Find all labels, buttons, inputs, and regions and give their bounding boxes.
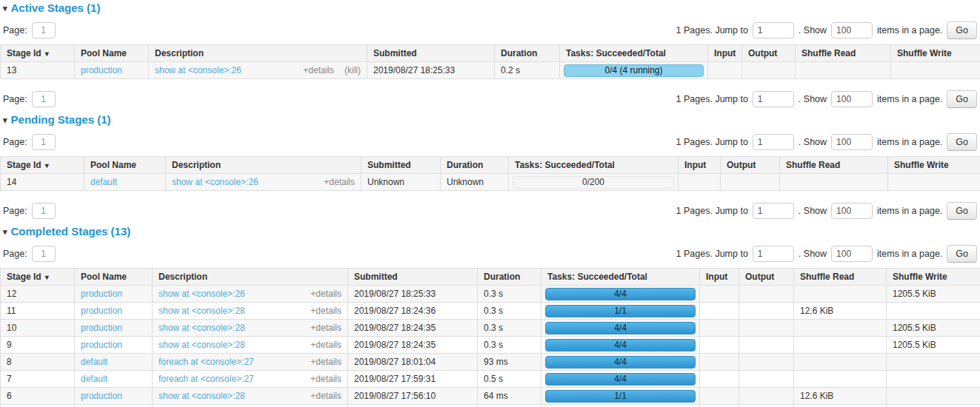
items-per-page-input[interactable] (831, 134, 873, 150)
page-number-input[interactable] (32, 22, 56, 38)
jump-to-page-input[interactable] (753, 203, 794, 219)
column-header-stage-id[interactable]: Stage Id▾ (1, 157, 84, 174)
page-number-input[interactable] (32, 134, 56, 150)
pool-name-link[interactable]: default (81, 374, 107, 384)
column-header-output[interactable]: Output (721, 157, 780, 174)
column-header-output[interactable]: Output (742, 45, 796, 62)
pool-name-link[interactable]: production (81, 65, 122, 75)
description-cell: show at <console>:28+details (153, 303, 348, 320)
column-header-shuffle-write[interactable]: Shuffle Write (891, 45, 980, 62)
column-header-output[interactable]: Output (739, 269, 794, 286)
details-toggle[interactable]: +details (310, 323, 341, 333)
collapse-arrow-icon: ▾ (3, 227, 7, 237)
section-title[interactable]: ▾Completed Stages (13) (3, 225, 980, 238)
column-header-pool-name[interactable]: Pool Name (84, 157, 166, 174)
pool-name-cell: production (75, 405, 153, 407)
stage-description-link[interactable]: show at <console>:28 (159, 391, 245, 401)
stage-row: 12productionshow at <console>:26+details… (1, 286, 980, 303)
details-toggle[interactable]: +details (310, 306, 341, 316)
jump-to-page-input[interactable] (753, 91, 794, 107)
input-cell (700, 354, 739, 371)
pool-name-link[interactable]: production (81, 391, 122, 401)
duration-cell: 0.3 s (478, 303, 541, 320)
duration-cell: Unknown (441, 174, 509, 191)
column-header-input[interactable]: Input (679, 157, 721, 174)
stage-description-link[interactable]: foreach at <console>:27 (159, 374, 254, 384)
column-header-description[interactable]: Description (149, 45, 367, 62)
column-header-description[interactable]: Description (166, 157, 361, 174)
output-cell (739, 337, 794, 354)
stage-row: 7defaultforeach at <console>:27+details2… (1, 371, 980, 388)
column-header-pool-name[interactable]: Pool Name (75, 45, 149, 62)
details-toggle[interactable]: +details (310, 391, 341, 401)
stage-description-link[interactable]: show at <console>:26 (155, 65, 241, 75)
column-header-shuffle-read[interactable]: Shuffle Read (780, 157, 888, 174)
column-header-input[interactable]: Input (708, 45, 742, 62)
submitted-cell: 2019/08/27 18:25:33 (348, 286, 478, 303)
column-header-tasks-succeeded-total[interactable]: Tasks: Succeeded/Total (509, 157, 679, 174)
column-header-stage-id[interactable]: Stage Id▾ (1, 45, 75, 62)
column-header-duration[interactable]: Duration (441, 157, 509, 174)
stage-description-link[interactable]: show at <console>:26 (159, 289, 245, 299)
stage-id-cell: 14 (1, 174, 84, 191)
jump-to-page-input[interactable] (753, 134, 794, 150)
column-header-tasks-succeeded-total[interactable]: Tasks: Succeeded/Total (541, 269, 700, 286)
sort-desc-icon: ▾ (45, 161, 49, 169)
items-per-page-input[interactable] (831, 91, 873, 107)
pool-name-link[interactable]: production (81, 289, 122, 299)
section-title[interactable]: ▾Active Stages (1) (3, 1, 980, 14)
items-per-page-input[interactable] (831, 203, 873, 219)
stage-description-link[interactable]: foreach at <console>:27 (159, 357, 254, 367)
go-button[interactable]: Go (947, 133, 977, 151)
page-number-input[interactable] (32, 91, 56, 107)
column-header-submitted[interactable]: Submitted (348, 269, 478, 286)
items-per-page-label: items in a page. (877, 249, 942, 259)
column-header-tasks-succeeded-total[interactable]: Tasks: Succeeded/Total (560, 45, 708, 62)
shuffle-write-cell (887, 371, 980, 388)
column-header-stage-id[interactable]: Stage Id▾ (1, 269, 75, 286)
details-toggle[interactable]: +details (310, 357, 341, 367)
column-header-description[interactable]: Description (153, 269, 348, 286)
stage-description-link[interactable]: show at <console>:26 (172, 177, 259, 187)
go-button[interactable]: Go (947, 202, 977, 220)
details-toggle[interactable]: +details (324, 177, 355, 187)
column-header-pool-name[interactable]: Pool Name (75, 269, 153, 286)
pool-name-link[interactable]: production (81, 306, 122, 316)
details-toggle[interactable]: +details (310, 289, 341, 299)
stage-row: 11productionshow at <console>:28+details… (1, 303, 980, 320)
column-header-submitted[interactable]: Submitted (367, 45, 495, 62)
pool-name-link[interactable]: default (90, 177, 117, 187)
stage-id-cell: 11 (1, 303, 75, 320)
items-per-page-input[interactable] (831, 22, 873, 38)
page-number-input[interactable] (32, 203, 56, 219)
stage-description-link[interactable]: show at <console>:28 (159, 340, 245, 350)
section-title[interactable]: ▾Pending Stages (1) (3, 113, 980, 126)
column-header-submitted[interactable]: Submitted (361, 157, 441, 174)
stage-row: 6productionshow at <console>:28+details2… (1, 388, 980, 405)
pool-name-link[interactable]: default (81, 357, 107, 367)
stage-description-link[interactable]: show at <console>:28 (159, 323, 245, 333)
go-button[interactable]: Go (947, 245, 977, 263)
details-toggle[interactable]: +details (303, 65, 334, 75)
go-button[interactable]: Go (947, 90, 977, 108)
page-number-input[interactable] (32, 246, 56, 262)
jump-to-page-input[interactable] (753, 246, 794, 262)
column-header-shuffle-read[interactable]: Shuffle Read (794, 269, 887, 286)
column-header-input[interactable]: Input (700, 269, 739, 286)
duration-cell: 93 ms (478, 354, 541, 371)
go-button[interactable]: Go (947, 21, 977, 39)
details-toggle[interactable]: +details (310, 340, 341, 350)
pool-name-link[interactable]: production (81, 323, 122, 333)
submitted-cell: 2019/08/27 17:59:31 (348, 371, 478, 388)
stage-description-link[interactable]: show at <console>:28 (159, 306, 245, 316)
column-header-duration[interactable]: Duration (478, 269, 541, 286)
column-header-shuffle-write[interactable]: Shuffle Write (887, 269, 980, 286)
jump-to-page-input[interactable] (753, 22, 794, 38)
column-header-duration[interactable]: Duration (495, 45, 560, 62)
column-header-shuffle-read[interactable]: Shuffle Read (796, 45, 891, 62)
items-per-page-input[interactable] (831, 246, 873, 262)
kill-link[interactable]: (kill) (344, 65, 361, 75)
column-header-shuffle-write[interactable]: Shuffle Write (888, 157, 980, 174)
details-toggle[interactable]: +details (310, 374, 341, 384)
pool-name-link[interactable]: production (81, 340, 122, 350)
